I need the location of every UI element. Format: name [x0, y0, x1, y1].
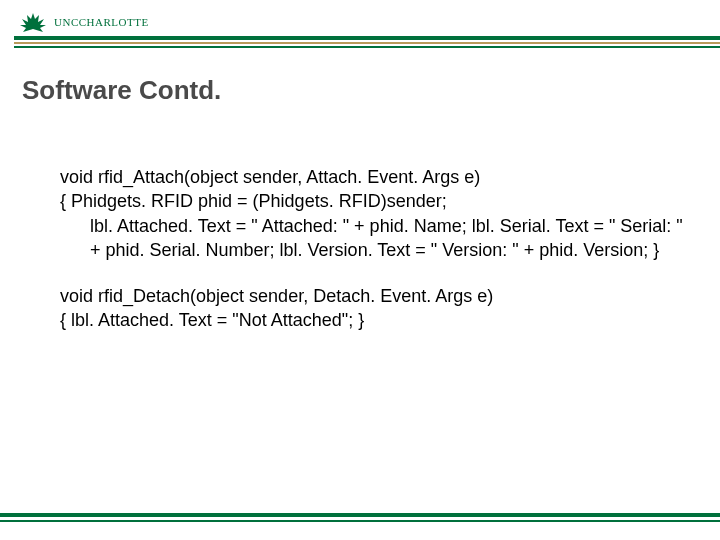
crown-icon	[18, 11, 48, 33]
brand-wordmark: UNCCHARLOTTE	[54, 16, 149, 28]
content-area: void rfid_Attach(object sender, Attach. …	[60, 165, 685, 355]
slide-title: Software Contd.	[22, 75, 698, 106]
logo: UNCCHARLOTTE	[0, 11, 149, 33]
wordmark-charlotte: CHARLOTTE	[79, 16, 149, 28]
title-area: Software Contd.	[22, 75, 698, 106]
wordmark-unc: UNC	[54, 16, 79, 28]
header-bar-gold	[14, 42, 720, 44]
slide: UNCCHARLOTTE Software Contd. void rfid_A…	[0, 0, 720, 540]
header-bar-thick	[14, 36, 720, 40]
code-line: lbl. Attached. Text = " Attached: " + ph…	[60, 214, 685, 263]
header-bar-thin-green	[14, 46, 720, 48]
header-rule-lines	[0, 36, 720, 56]
footer-bar-thin	[0, 520, 720, 522]
code-line: { lbl. Attached. Text = "Not Attached"; …	[60, 308, 685, 332]
code-line: void rfid_Detach(object sender, Detach. …	[60, 284, 685, 308]
code-line: { Phidgets. RFID phid = (Phidgets. RFID)…	[60, 189, 685, 213]
code-block-attach: void rfid_Attach(object sender, Attach. …	[60, 165, 685, 262]
code-line: void rfid_Attach(object sender, Attach. …	[60, 165, 685, 189]
footer-bar-thick	[0, 513, 720, 517]
footer-rule-lines	[0, 513, 720, 522]
code-block-detach: void rfid_Detach(object sender, Detach. …	[60, 284, 685, 333]
